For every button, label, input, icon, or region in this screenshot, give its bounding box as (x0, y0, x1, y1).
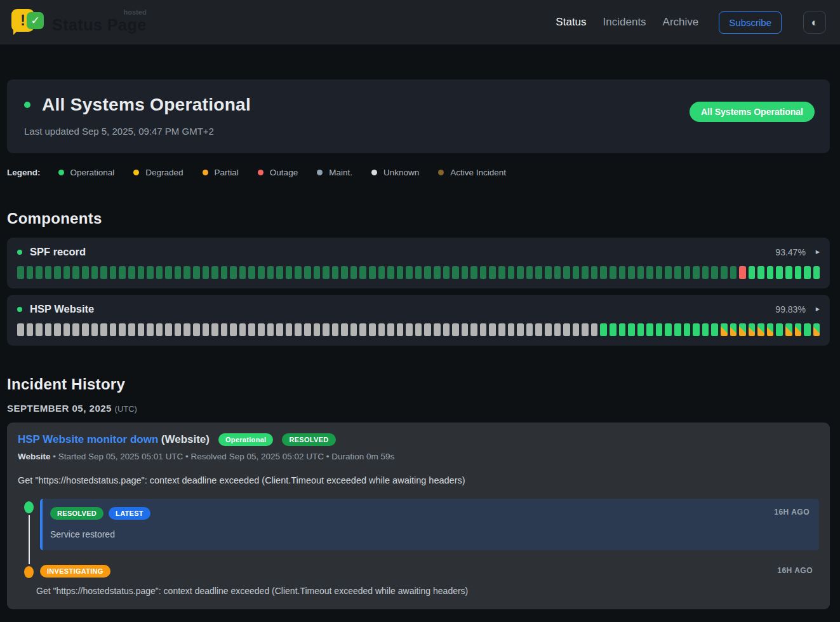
uptime-day-bar (517, 266, 524, 279)
uptime-day-bar (619, 266, 626, 279)
uptime-day-bar (17, 266, 24, 279)
uptime-day-bar (702, 266, 709, 279)
uptime-day-bar (776, 323, 783, 336)
uptime-day-bar (804, 266, 811, 279)
latest-update-card: RESOLVED LATEST 16H AGO Service restored (40, 499, 819, 550)
brand[interactable]: ! ✓ Status Page hosted (11, 7, 147, 37)
timeline-update-resolved: RESOLVED LATEST 16H AGO Service restored (18, 499, 819, 550)
uptime-day-bar (526, 323, 533, 336)
uptime-day-bar (415, 266, 422, 279)
uptime-day-bar (508, 323, 515, 336)
uptime-day-bar (230, 323, 237, 336)
incident-title-link[interactable]: HSP Website monitor down (18, 433, 158, 445)
uptime-day-bar (573, 266, 580, 279)
legend-label: Legend: (7, 168, 41, 177)
incident-resolved-badge: RESOLVED (282, 433, 335, 446)
uptime-day-bar (239, 266, 246, 279)
nav-link-status[interactable]: Status (556, 16, 586, 29)
uptime-day-bar (646, 323, 653, 336)
uptime-day-bar (276, 266, 283, 279)
uptime-day-bar (203, 323, 210, 336)
uptime-day-bar (221, 266, 228, 279)
nav-link-archive[interactable]: Archive (663, 16, 699, 29)
uptime-day-bar (535, 266, 542, 279)
uptime-day-bar (757, 266, 764, 279)
uptime-day-bar (554, 323, 561, 336)
uptime-day-bar (489, 266, 496, 279)
incident-component-suffix: (Website) (161, 433, 210, 445)
component-row-spf-record[interactable]: SPF record 93.47% ▶ (17, 246, 820, 258)
components-heading: Components (7, 210, 830, 227)
legend-item-maint-: Maint. (317, 168, 352, 177)
uptime-day-bar (286, 323, 293, 336)
uptime-day-bar (230, 266, 237, 279)
legend: Legend: OperationalDegradedPartialOutage… (7, 168, 830, 177)
legend-item-outage: Outage (258, 168, 298, 177)
uptime-day-bar (526, 266, 533, 279)
uptime-day-bar (27, 323, 34, 336)
uptime-day-bar (378, 323, 385, 336)
uptime-day-bar (462, 323, 469, 336)
uptime-day-bar (183, 323, 190, 336)
uptime-day-bar (54, 323, 61, 336)
legend-dot-icon (133, 170, 139, 175)
update-resolved-badge: RESOLVED (50, 507, 103, 520)
uptime-day-bar (424, 266, 431, 279)
incident-card: HSP Website monitor down (Website) Opera… (7, 423, 830, 609)
uptime-day-bar (304, 266, 311, 279)
uptime-day-bar (36, 323, 43, 336)
uptime-percentage: 99.83% (775, 304, 805, 314)
uptime-day-bar (480, 323, 487, 336)
uptime-day-bar (369, 266, 376, 279)
expand-arrow-icon[interactable]: ▶ (816, 249, 820, 255)
expand-arrow-icon[interactable]: ▶ (816, 306, 820, 312)
uptime-day-bar (563, 323, 570, 336)
uptime-day-bar (665, 266, 672, 279)
uptime-day-bar (813, 323, 820, 336)
uptime-day-bar (406, 323, 413, 336)
subscribe-button[interactable]: Subscribe (719, 11, 782, 34)
uptime-day-bar (267, 323, 274, 336)
uptime-day-bar (138, 323, 145, 336)
uptime-day-bar (100, 266, 107, 279)
update-text: Service restored (50, 529, 810, 539)
incident-description: Get "https://hostedstatus.page": context… (18, 475, 819, 485)
component-row-hsp-website[interactable]: HSP Website 99.83% ▶ (17, 303, 820, 315)
uptime-day-bar (128, 266, 135, 279)
uptime-bars-spf-record (17, 266, 820, 279)
uptime-day-bar (359, 266, 366, 279)
brand-superscript: hosted (124, 8, 147, 16)
uptime-day-bar (211, 266, 218, 279)
nav-link-incidents[interactable]: Incidents (603, 16, 646, 29)
overall-status-left: All Systems Operational Last updated Sep… (24, 93, 251, 137)
uptime-day-bar (776, 266, 783, 279)
uptime-day-bar (165, 323, 172, 336)
uptime-day-bar (517, 323, 524, 336)
uptime-day-bar (378, 266, 385, 279)
uptime-day-bar (637, 323, 644, 336)
uptime-day-bar (489, 323, 496, 336)
incident-meta-component: Website (18, 452, 51, 461)
uptime-day-bar (397, 266, 404, 279)
uptime-day-bar (17, 323, 24, 336)
uptime-day-bar (323, 323, 330, 336)
uptime-day-bar (637, 266, 644, 279)
uptime-day-bar (749, 266, 756, 279)
component-card-spf-record: SPF record 93.47% ▶ (7, 238, 830, 288)
brand-logo-icon: ! ✓ (11, 7, 44, 37)
uptime-day-bar (82, 323, 89, 336)
overall-status-badge: All Systems Operational (690, 102, 815, 122)
uptime-day-bar (591, 323, 598, 336)
uptime-day-bar (600, 266, 607, 279)
uptime-day-bar (628, 266, 635, 279)
theme-toggle-button[interactable]: ◐ (803, 11, 826, 34)
uptime-day-bar (674, 266, 681, 279)
uptime-day-bar (443, 323, 450, 336)
uptime-day-bar (295, 266, 302, 279)
uptime-day-bar (211, 323, 218, 336)
uptime-day-bar (304, 323, 311, 336)
uptime-day-bar (258, 266, 265, 279)
uptime-day-bar (36, 266, 43, 279)
uptime-day-bar (573, 323, 580, 336)
legend-item-degraded: Degraded (133, 168, 183, 177)
